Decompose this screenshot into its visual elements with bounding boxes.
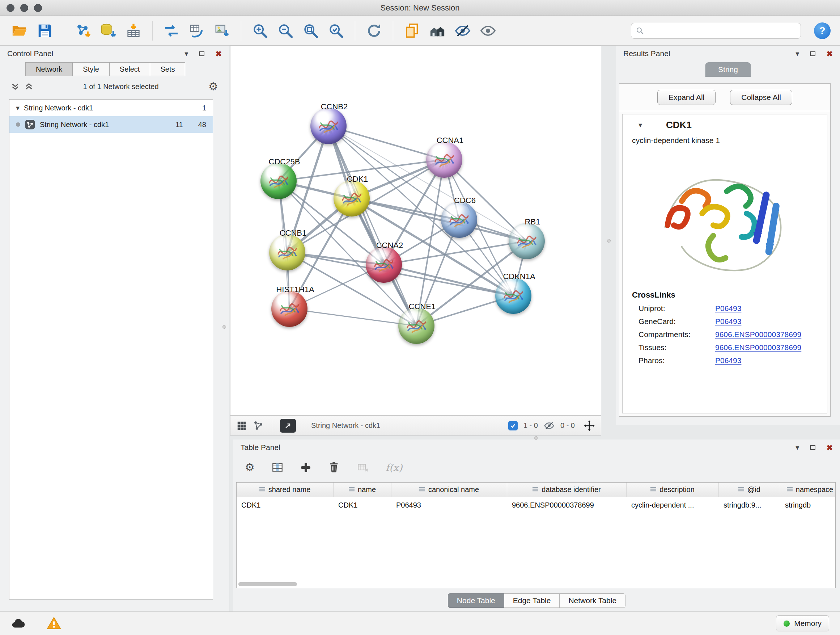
left-splitter-handle[interactable] [223, 325, 226, 329]
refresh-button[interactable] [364, 21, 384, 41]
network-node-hist1h1a[interactable] [271, 291, 308, 327]
column-header-database-identifier[interactable]: database identifier [507, 483, 627, 497]
network-node-ccna2[interactable] [366, 247, 402, 283]
crosslink-link[interactable]: P06493 [715, 317, 741, 326]
expand-all-button[interactable]: Expand All [657, 90, 715, 105]
right-splitter-handle[interactable] [607, 239, 611, 242]
table-options-button[interactable]: ⚙ [245, 462, 255, 473]
panel-close-icon[interactable]: ✖ [826, 50, 833, 57]
table-cell[interactable]: 9606.ENSP00000378699 [507, 497, 627, 513]
control-tab-sets[interactable]: Sets [150, 62, 185, 76]
table-cell[interactable]: CDK1 [237, 497, 333, 513]
control-tab-style[interactable]: Style [73, 62, 109, 76]
column-header-name[interactable]: name [333, 483, 392, 497]
table-tab-edge-table[interactable]: Edge Table [504, 593, 560, 608]
pan-crosshair-icon[interactable] [584, 420, 595, 432]
protein-section-header[interactable]: ▾ CDK1 [622, 114, 827, 135]
crosslink-link[interactable]: P06493 [715, 356, 741, 365]
panel-float-icon[interactable] [810, 445, 815, 450]
table-tab-node-table[interactable]: Node Table [448, 593, 504, 608]
nodes-layer: CCNB2 CCNA1 CDC25B CDK1 CDC6 RB1 CCNB1 C… [231, 46, 601, 415]
cloud-button[interactable] [11, 616, 26, 631]
export-image-button[interactable] [212, 21, 232, 41]
control-tab-select[interactable]: Select [110, 62, 150, 76]
column-header-namespace[interactable]: namespace [780, 483, 836, 497]
collapse-all-icon[interactable] [11, 82, 19, 91]
table-tab-network-table[interactable]: Network Table [560, 593, 625, 608]
file-copy-button[interactable] [402, 21, 422, 41]
zoom-in-button[interactable] [250, 21, 270, 41]
annotation-mode-button[interactable] [280, 419, 296, 432]
hide-selected-button[interactable] [453, 21, 473, 41]
network-collection-row[interactable]: ▾ String Network - cdk1 1 [9, 100, 213, 116]
delete-column-button[interactable] [328, 461, 340, 473]
table-row[interactable]: CDK1CDK1P064939606.ENSP00000378699cyclin… [237, 497, 835, 513]
network-glyph-icon[interactable] [253, 420, 264, 431]
panel-collapse-icon[interactable]: ▾ [185, 50, 188, 57]
column-header-canonical-name[interactable]: canonical name [392, 483, 507, 497]
home-button[interactable] [427, 21, 447, 41]
results-actions: Expand All Collapse All [619, 84, 830, 111]
column-header--id[interactable]: @id [719, 483, 780, 497]
panel-close-icon[interactable]: ✖ [826, 444, 833, 451]
panel-float-icon[interactable] [810, 51, 815, 56]
network-node-ccnb2[interactable] [310, 108, 347, 144]
network-node-rb1[interactable] [508, 223, 545, 259]
show-all-button[interactable] [478, 21, 498, 41]
help-button[interactable]: ? [814, 22, 831, 39]
table-cell[interactable]: P06493 [392, 497, 507, 513]
import-table-button[interactable] [123, 21, 144, 41]
horizontal-scrollbar[interactable] [238, 582, 297, 586]
network-node-cdk1[interactable] [333, 180, 370, 217]
search-input[interactable] [648, 27, 796, 35]
import-network-file-button[interactable] [73, 21, 93, 41]
column-header-description[interactable]: description [627, 483, 719, 497]
import-network-database-button[interactable] [98, 21, 118, 41]
control-tab-network[interactable]: Network [25, 62, 73, 76]
tree-expand-icon[interactable]: ▾ [16, 104, 19, 111]
panel-collapse-icon[interactable]: ▾ [796, 50, 799, 57]
bottom-splitter-handle[interactable] [534, 436, 538, 440]
selected-nodes-checkbox[interactable] [508, 421, 518, 431]
table-cell[interactable]: cyclin-dependent ... [627, 497, 719, 513]
network-from-table-button[interactable] [187, 21, 207, 41]
node-label-cdk1: CDK1 [347, 174, 368, 184]
table-cell[interactable]: CDK1 [333, 497, 392, 513]
hidden-eye-slash-icon[interactable] [544, 420, 554, 431]
network-node-cdc25b[interactable] [261, 163, 297, 199]
network-node-cdc6[interactable] [441, 202, 477, 238]
panel-close-icon[interactable]: ✖ [215, 50, 222, 57]
network-item-row[interactable]: String Network - cdk1 11 48 [9, 116, 213, 133]
table-cell[interactable]: stringdb:9... [719, 497, 780, 513]
main-toolbar: ? [0, 16, 840, 46]
new-network-button[interactable] [161, 21, 182, 41]
network-node-ccnb1[interactable] [269, 234, 305, 271]
collapse-all-button[interactable]: Collapse All [730, 90, 792, 105]
crosslink-link[interactable]: 9606.ENSP00000378699 [715, 330, 801, 339]
open-session-button[interactable] [9, 21, 30, 41]
warnings-button[interactable] [46, 616, 62, 631]
show-columns-button[interactable] [271, 461, 284, 473]
save-session-button[interactable] [35, 21, 55, 41]
network-node-cdkn1a[interactable] [495, 278, 531, 314]
memory-button[interactable]: Memory [776, 616, 829, 631]
zoom-fit-button[interactable] [301, 21, 321, 41]
expand-all-icon[interactable] [25, 82, 33, 91]
create-column-button[interactable] [300, 462, 311, 473]
crosslink-link[interactable]: 9606.ENSP00000378699 [715, 343, 801, 352]
results-tab-string[interactable]: String [705, 62, 751, 77]
birdseye-grid-icon[interactable] [236, 420, 247, 431]
table-cell[interactable]: stringdb [780, 497, 836, 513]
crosslink-link[interactable]: P06493 [715, 304, 741, 313]
section-collapse-icon[interactable]: ▾ [638, 121, 642, 128]
network-options-gear[interactable]: ⚙ [208, 81, 218, 92]
zoom-selected-button[interactable] [326, 21, 346, 41]
network-node-ccna1[interactable] [426, 141, 462, 178]
zoom-out-button[interactable] [275, 21, 295, 41]
function-builder-button[interactable]: f(x) [386, 462, 402, 473]
network-node-ccne1[interactable] [398, 308, 434, 344]
panel-float-icon[interactable] [199, 51, 204, 56]
network-canvas[interactable]: CCNB2 CCNA1 CDC25B CDK1 CDC6 RB1 CCNB1 C… [230, 46, 601, 416]
column-header-shared-name[interactable]: shared name [237, 483, 333, 497]
panel-collapse-icon[interactable]: ▾ [796, 444, 799, 451]
